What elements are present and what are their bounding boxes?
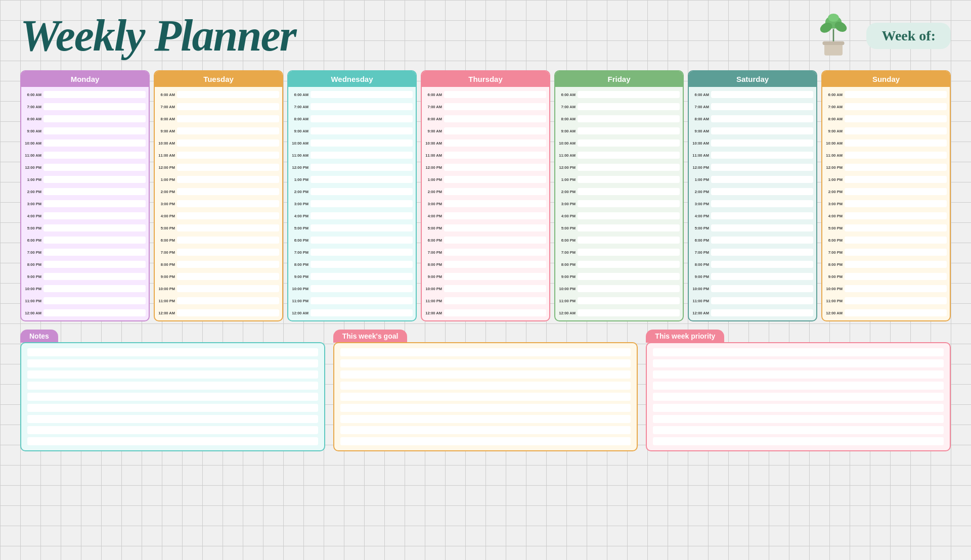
time-line[interactable] [845,115,947,122]
time-row[interactable]: 6:00 AM [825,89,947,100]
time-row[interactable]: 2:00 PM [24,186,146,197]
time-row[interactable]: 5:00 PM [425,222,546,234]
time-row[interactable]: 9:00 AM [692,125,813,136]
time-row[interactable]: 9:00 AM [825,125,947,136]
time-line[interactable] [578,164,680,171]
section-line[interactable] [653,393,944,401]
day-body-thursday[interactable]: 6:00 AM7:00 AM8:00 AM9:00 AM10:00 AM11:0… [422,87,549,320]
time-row[interactable]: 8:00 PM [558,259,680,270]
time-line[interactable] [43,200,146,207]
time-line[interactable] [444,176,546,183]
time-line[interactable] [845,103,947,110]
time-line[interactable] [711,309,813,316]
time-line[interactable] [311,212,413,219]
time-line[interactable] [43,237,146,244]
time-row[interactable]: 12:00 AM [825,307,947,318]
time-row[interactable]: 10:00 PM [558,283,680,294]
section-line[interactable] [27,437,318,445]
time-row[interactable]: 7:00 PM [425,247,546,258]
priority-body[interactable] [646,342,951,451]
time-row[interactable]: 2:00 PM [825,186,947,197]
time-row[interactable]: 12:00 AM [158,307,279,318]
time-line[interactable] [43,103,146,110]
time-row[interactable]: 6:00 AM [24,89,146,100]
time-row[interactable]: 6:00 PM [558,235,680,246]
time-line[interactable] [177,297,279,304]
time-line[interactable] [311,91,413,98]
time-line[interactable] [311,261,413,268]
time-row[interactable]: 4:00 PM [291,210,413,221]
time-line[interactable] [711,127,813,134]
time-row[interactable]: 10:00 PM [425,283,546,294]
time-line[interactable] [711,91,813,98]
time-row[interactable]: 11:00 AM [291,150,413,161]
time-row[interactable]: 3:00 PM [158,198,279,209]
time-line[interactable] [177,103,279,110]
time-line[interactable] [177,224,279,231]
time-row[interactable]: 9:00 PM [825,271,947,282]
time-line[interactable] [444,297,546,304]
time-line[interactable] [311,200,413,207]
time-line[interactable] [578,297,680,304]
time-line[interactable] [177,285,279,292]
day-body-friday[interactable]: 6:00 AM7:00 AM8:00 AM9:00 AM10:00 AM11:0… [555,87,683,320]
time-line[interactable] [444,273,546,280]
time-line[interactable] [711,176,813,183]
time-line[interactable] [711,237,813,244]
time-line[interactable] [43,139,146,147]
time-line[interactable] [311,309,413,316]
time-line[interactable] [578,139,680,147]
time-row[interactable]: 4:00 PM [425,210,546,221]
time-row[interactable]: 7:00 AM [425,101,546,112]
time-row[interactable]: 6:00 PM [158,235,279,246]
time-line[interactable] [444,237,546,244]
time-row[interactable]: 8:00 AM [158,113,279,124]
time-line[interactable] [444,127,546,134]
time-row[interactable]: 12:00 AM [558,307,680,318]
section-line[interactable] [340,382,631,390]
time-line[interactable] [444,309,546,316]
time-line[interactable] [311,297,413,304]
section-line[interactable] [27,426,318,434]
time-row[interactable]: 3:00 PM [692,198,813,209]
time-row[interactable]: 2:00 PM [158,186,279,197]
section-line[interactable] [27,393,318,401]
section-line[interactable] [653,404,944,412]
time-row[interactable]: 7:00 AM [158,101,279,112]
time-row[interactable]: 8:00 AM [291,113,413,124]
time-row[interactable]: 3:00 PM [291,198,413,209]
time-row[interactable]: 7:00 AM [291,101,413,112]
time-line[interactable] [845,176,947,183]
time-line[interactable] [845,273,947,280]
section-line[interactable] [340,426,631,434]
section-line[interactable] [340,359,631,367]
time-row[interactable]: 9:00 AM [291,125,413,136]
time-row[interactable]: 11:00 PM [158,295,279,306]
time-line[interactable] [43,176,146,183]
time-line[interactable] [177,164,279,171]
day-body-wednesday[interactable]: 6:00 AM7:00 AM8:00 AM9:00 AM10:00 AM11:0… [288,87,416,320]
time-row[interactable]: 9:00 AM [425,125,546,136]
time-line[interactable] [845,91,947,98]
time-line[interactable] [578,200,680,207]
time-line[interactable] [177,188,279,195]
time-line[interactable] [311,285,413,292]
time-row[interactable]: 8:00 PM [291,259,413,270]
section-line[interactable] [653,437,944,445]
time-line[interactable] [578,188,680,195]
time-row[interactable]: 12:00 PM [425,162,546,173]
time-row[interactable]: 3:00 PM [24,198,146,209]
time-line[interactable] [711,188,813,195]
time-line[interactable] [177,261,279,268]
time-line[interactable] [578,115,680,122]
time-line[interactable] [578,91,680,98]
section-line[interactable] [27,382,318,390]
time-line[interactable] [578,249,680,256]
time-line[interactable] [444,261,546,268]
time-line[interactable] [43,309,146,316]
time-row[interactable]: 8:00 AM [825,113,947,124]
time-row[interactable]: 10:00 PM [825,283,947,294]
time-line[interactable] [43,115,146,122]
time-row[interactable]: 6:00 PM [692,235,813,246]
time-row[interactable]: 4:00 PM [158,210,279,221]
